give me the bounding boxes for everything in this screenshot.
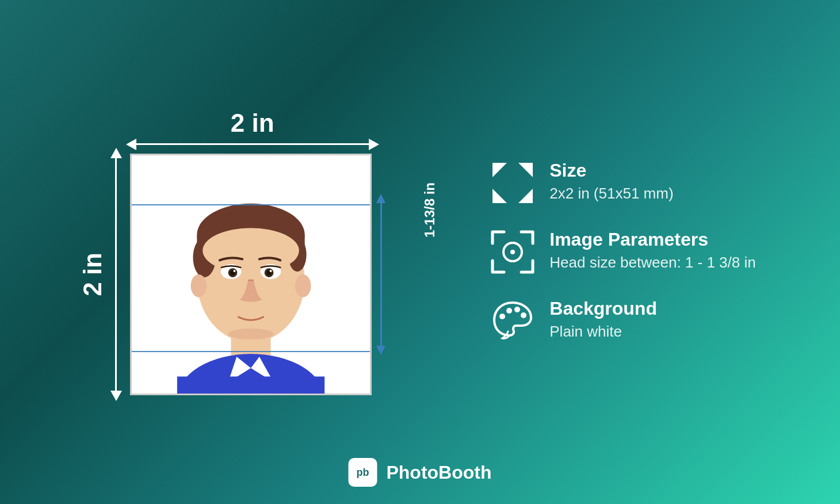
image-parameters-title: Image Parameters	[549, 229, 755, 250]
svg-point-13	[295, 274, 311, 297]
photo-with-height: 2 in	[84, 154, 421, 395]
svg-point-12	[191, 274, 207, 297]
palette-icon	[490, 298, 536, 344]
image-parameters-description: Head size between: 1 - 1 3/8 in	[549, 254, 755, 272]
logo-text: pb	[356, 467, 369, 479]
image-parameters-item: Image Parameters Head size between: 1 - …	[490, 229, 755, 275]
passport-photo	[130, 154, 372, 395]
svg-marker-24	[518, 163, 533, 177]
height-arrow-container: 2 in	[84, 154, 119, 395]
head-size-annotation: 1-13/8 in	[375, 154, 421, 395]
person-illustration	[132, 155, 370, 394]
svg-point-32	[521, 312, 526, 318]
svg-point-31	[514, 307, 520, 312]
brand-name: PhotoBooth	[386, 462, 491, 483]
svg-marker-23	[492, 163, 507, 177]
head-size-arrow	[380, 200, 382, 349]
svg-point-21	[270, 270, 272, 272]
image-parameters-text: Image Parameters Head size between: 1 - …	[549, 229, 755, 272]
photo-diagram: 2 in 2 in	[84, 109, 421, 395]
size-description: 2x2 in (51x51 mm)	[549, 185, 673, 203]
photobooth-logo: pb	[348, 458, 377, 487]
background-description: Plain white	[549, 323, 657, 341]
svg-point-30	[506, 308, 512, 314]
resize-icon	[490, 160, 536, 206]
height-arrow	[115, 154, 117, 395]
camera-focus-icon	[490, 229, 536, 275]
background-item: Background Plain white	[490, 298, 755, 344]
svg-point-22	[228, 329, 274, 340]
svg-point-28	[510, 250, 515, 254]
head-size-label: 1-13/8 in	[422, 182, 438, 238]
width-label: 2 in	[231, 109, 274, 138]
svg-marker-25	[492, 189, 507, 203]
svg-rect-5	[177, 376, 324, 394]
size-item: Size 2x2 in (51x51 mm)	[490, 160, 755, 206]
main-container: 2 in 2 in	[0, 0, 840, 504]
height-label: 2 in	[78, 253, 107, 296]
svg-marker-26	[518, 189, 533, 203]
width-arrow	[132, 143, 373, 145]
background-title: Background	[549, 298, 657, 319]
svg-point-11	[203, 228, 299, 273]
svg-point-29	[499, 314, 505, 319]
size-title: Size	[549, 160, 673, 181]
svg-point-17	[234, 270, 236, 272]
background-text: Background Plain white	[549, 298, 657, 341]
info-panel: Size 2x2 in (51x51 mm)	[490, 160, 755, 344]
footer: pb PhotoBooth	[348, 458, 491, 487]
size-text: Size 2x2 in (51x51 mm)	[549, 160, 673, 203]
